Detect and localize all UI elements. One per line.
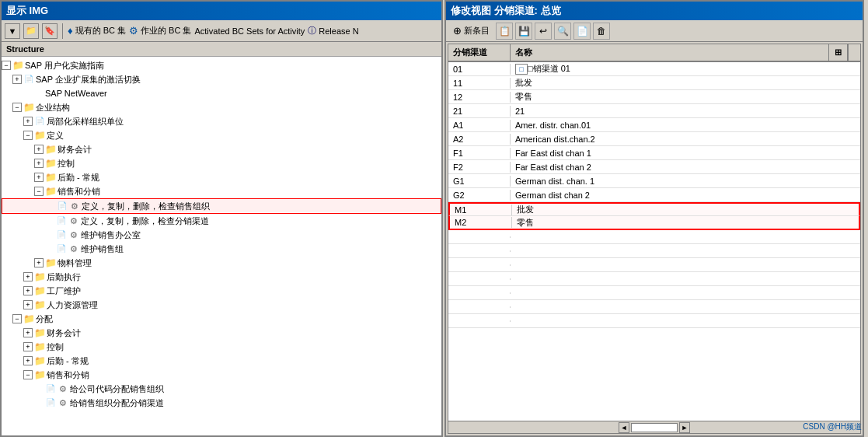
tree-item[interactable]: +📁物料管理 — [2, 256, 441, 270]
tree-item[interactable]: +📄局部化采样组织单位 — [2, 114, 441, 128]
table-row[interactable]: 11 批发 — [448, 76, 860, 90]
tree-item[interactable]: −📁企业结构 — [2, 100, 441, 114]
tree-item[interactable]: 📄⚙定义，复制，删除，检查销售组织 — [2, 198, 441, 214]
tree-toggle[interactable]: + — [34, 173, 44, 182]
tree-item[interactable]: 📄⚙定义，复制，删除，检查分销渠道 — [2, 214, 441, 228]
tree-item[interactable]: −📁SAP 用户化实施指南 — [2, 58, 441, 72]
tree-toggle[interactable]: − — [34, 187, 44, 196]
td-channel — [448, 306, 511, 308]
bc-current-label[interactable]: ♦ 现有的 BC 集 — [68, 25, 126, 37]
tree-item[interactable]: +📁控制 — [2, 156, 441, 170]
tree-item-label: SAP NetWeaver — [45, 87, 107, 100]
gear-icon: ⚙ — [68, 243, 79, 254]
tree-toggle[interactable]: + — [34, 159, 44, 168]
tree-toggle[interactable]: + — [34, 145, 44, 154]
copy-button[interactable]: 📋 — [496, 23, 513, 40]
bc-activated-label[interactable]: Activated BC Sets for Activity — [194, 26, 305, 36]
tree-toggle[interactable]: + — [23, 356, 33, 365]
td-channel: A2 — [448, 134, 511, 145]
tree-toggle[interactable]: + — [34, 258, 44, 267]
td-name — [511, 278, 860, 280]
tree-item[interactable]: 📄⚙给公司代码分配销售组织 — [2, 382, 441, 396]
tree-toggle[interactable]: + — [12, 75, 22, 84]
tree-toggle[interactable]: + — [23, 342, 33, 351]
tree-toggle[interactable]: − — [12, 314, 22, 323]
table-row[interactable] — [448, 272, 860, 286]
table-row[interactable]: F2 Far East dist chan 2 — [448, 160, 860, 174]
tree-item[interactable]: +📁财务会计 — [2, 326, 441, 340]
table-row[interactable] — [448, 258, 860, 272]
scroll-right-arrow[interactable]: ► — [679, 422, 690, 433]
tree-toggle[interactable]: + — [23, 117, 33, 126]
td-name — [511, 264, 860, 266]
tree-toggle[interactable]: + — [23, 300, 33, 309]
save-button[interactable]: 💾 — [515, 23, 532, 40]
table-row[interactable] — [448, 286, 860, 300]
th-settings-icon[interactable]: ⊞ — [829, 44, 848, 61]
toolbar-expand-icon[interactable]: ▼ — [5, 23, 20, 39]
folder-icon: 📁 — [34, 130, 45, 141]
tree-item[interactable]: 📄⚙维护销售办公室 — [2, 228, 441, 242]
tree-item[interactable]: +📁人力资源管理 — [2, 298, 441, 312]
table-row[interactable]: A2 American dist.chan.2 — [448, 132, 860, 146]
search-button[interactable]: 🔍 — [554, 23, 571, 40]
table-row[interactable]: M1 批发 — [448, 202, 860, 216]
table-row[interactable] — [448, 300, 860, 314]
table-row[interactable] — [448, 244, 860, 258]
right-toolbar: ⊕ 新条目 📋 💾 ↩ 🔍 📄 🗑 — [446, 20, 863, 42]
delete-button[interactable]: 🗑 — [593, 23, 610, 40]
table-row[interactable]: F1 Far East dist chan 1 — [448, 146, 860, 160]
tree-toggle[interactable]: − — [2, 61, 11, 70]
table-row[interactable]: G2 German dist chan 2 — [448, 188, 860, 202]
horizontal-scrollbar[interactable]: ◄ ► — [619, 422, 690, 433]
table-row[interactable] — [448, 314, 860, 328]
print-button[interactable]: 📄 — [573, 23, 591, 40]
table-row[interactable]: 21 21 — [448, 104, 860, 118]
undo-button[interactable]: ↩ — [535, 23, 552, 40]
tree-item-label: 人力资源管理 — [47, 299, 98, 311]
toolbar-bookmark-icon[interactable]: 🔖 — [42, 23, 58, 39]
tree-toggle[interactable]: − — [12, 103, 22, 112]
table-row[interactable] — [448, 230, 860, 244]
doc-icon: 📄 — [34, 116, 45, 127]
tree-item[interactable]: +📁控制 — [2, 340, 441, 354]
tree-item[interactable]: +📁财务会计 — [2, 142, 441, 156]
tree-item[interactable]: +📁后勤执行 — [2, 270, 441, 284]
tree-item[interactable]: +📁后勤 - 常规 — [2, 170, 441, 184]
folder-icon: 📁 — [34, 299, 45, 310]
edit-icon[interactable]: □ — [515, 64, 528, 75]
tree-item[interactable]: +📁后勤 - 常规 — [2, 354, 441, 368]
release-label[interactable]: ⓘ Release N — [308, 25, 358, 37]
tree-item[interactable]: +📄SAP 企业扩展集的激活切换 — [2, 72, 441, 86]
table-row[interactable]: M2 零售 — [448, 216, 860, 230]
tree-item[interactable]: 📄⚙给销售组织分配分销渠道 — [2, 396, 441, 410]
td-name: Far East dist chan 2 — [511, 162, 860, 173]
tree-item[interactable]: −📁分配 — [2, 312, 441, 326]
tree-item-label: 销售和分销 — [47, 369, 89, 381]
tree-item[interactable]: SAP NetWeaver — [2, 86, 441, 100]
td-name — [511, 292, 860, 294]
tree-item[interactable]: −📁销售和分销 — [2, 184, 441, 198]
tree-toggle[interactable]: + — [23, 328, 33, 337]
bc-work-label[interactable]: ⚙ 作业的 BC 集 — [129, 25, 191, 37]
tree-toggle[interactable]: + — [23, 272, 33, 281]
tree-item[interactable]: −📁定义 — [2, 128, 441, 142]
scroll-left-arrow[interactable]: ◄ — [619, 422, 629, 433]
tree-item-label: 定义，复制，删除，检查分销渠道 — [81, 215, 209, 227]
toolbar-folder-icon[interactable]: 📁 — [23, 23, 39, 39]
tree-toggle[interactable]: − — [23, 131, 33, 140]
new-entry-button[interactable]: ⊕ 新条目 — [449, 23, 493, 39]
table-row[interactable]: G1 German dist. chan. 1 — [448, 174, 860, 188]
structure-label: Structure — [2, 42, 441, 57]
table-row[interactable]: 12 零售 — [448, 90, 860, 104]
table-row[interactable]: A1 Amer. distr. chan.01 — [448, 118, 860, 132]
tree-toggle[interactable]: + — [23, 286, 33, 295]
folder-icon: 📁 — [12, 60, 23, 71]
folder-icon: 📁 — [34, 327, 45, 338]
tree-item[interactable]: 📄⚙维护销售组 — [2, 242, 441, 256]
tree-item[interactable]: +📁工厂维护 — [2, 284, 441, 298]
tree-toggle[interactable]: − — [23, 370, 33, 379]
tree-item[interactable]: −📁销售和分销 — [2, 368, 441, 382]
scroll-thumb[interactable] — [631, 423, 678, 432]
table-row[interactable]: 01 □□销渠道 01 — [448, 62, 860, 76]
